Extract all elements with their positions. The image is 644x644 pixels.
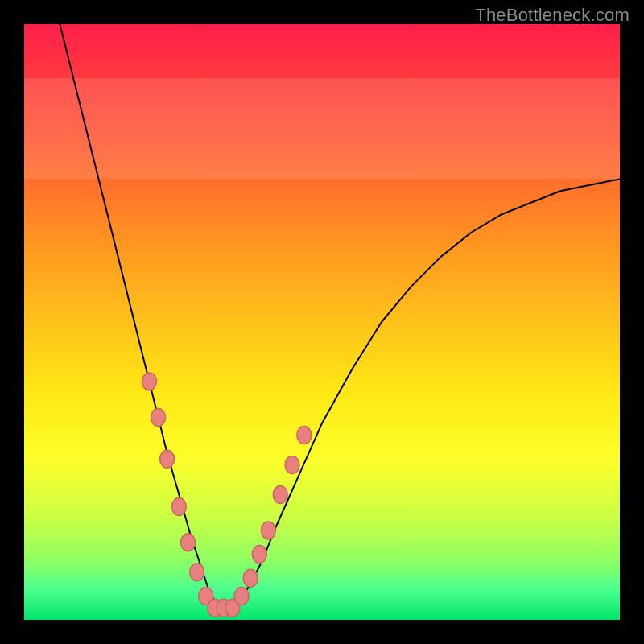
plot-area xyxy=(24,24,620,620)
chart-frame: TheBottleneck.com xyxy=(0,0,644,644)
bead-marker xyxy=(285,456,299,474)
chart-overlay xyxy=(24,24,620,620)
bead-marker xyxy=(181,534,196,551)
bead-marker xyxy=(151,408,166,426)
beads-group xyxy=(142,373,311,617)
bead-marker xyxy=(297,427,312,444)
bead-marker xyxy=(234,587,249,605)
bead-marker xyxy=(252,546,266,564)
watermark-text: TheBottleneck.com xyxy=(475,5,630,26)
bead-marker xyxy=(261,522,275,539)
bead-marker xyxy=(190,564,204,581)
bead-marker xyxy=(160,450,175,468)
bead-marker xyxy=(142,373,156,390)
bead-marker xyxy=(243,569,258,587)
bottleneck-curve xyxy=(60,24,620,608)
bead-marker xyxy=(171,497,186,515)
bead-marker xyxy=(273,486,287,504)
